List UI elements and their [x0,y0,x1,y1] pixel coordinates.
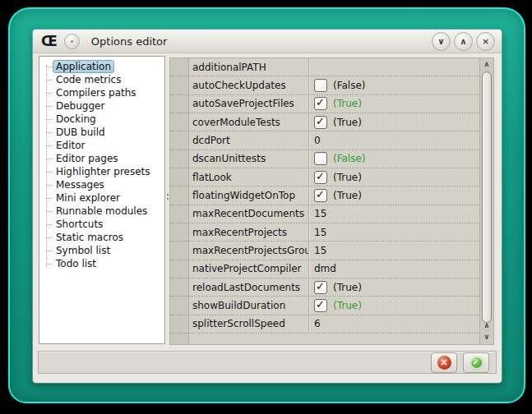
property-row[interactable]: maxRecentProjectsGrou 15 [170,242,479,260]
sidebar-item[interactable]: Todo list [39,257,164,270]
property-row[interactable]: showBuildDuration (True) [170,297,479,315]
sidebar-item[interactable]: Shortcuts [39,218,164,231]
app-logo-icon: Œ [41,34,57,48]
sidebar-item[interactable]: Mini explorer [39,191,164,205]
property-value-text: (True) [333,282,362,293]
sidebar-item-label: Docking [53,113,99,125]
sidebar-item-label: DUB build [53,126,108,138]
checkbox[interactable] [314,97,327,110]
checkbox[interactable] [314,171,327,184]
property-row[interactable]: dcdPort 0 [170,131,479,150]
property-name: maxRecentProjects [189,227,308,238]
property-row[interactable]: reloadLastDocuments (True) [170,278,479,297]
sidebar-item[interactable]: Editor [39,139,164,152]
property-name: dcdPort [189,135,308,146]
property-value: (True) [309,97,479,110]
column-separator [308,58,309,76]
footer-bar: × ✓ [38,351,497,374]
sidebar-item[interactable]: Editor pages [39,152,164,165]
property-row[interactable]: maxRecentProjects 15 [170,223,479,242]
scroll-down-button[interactable]: ∨ [480,331,493,343]
ok-button[interactable]: ✓ [463,352,489,373]
cancel-button[interactable]: × [431,352,457,373]
sidebar-item[interactable]: Messages [39,178,164,191]
scrollbar-thumb[interactable] [482,71,492,323]
sidebar-item[interactable]: Debugger [39,99,164,113]
sidebar-item-label: Application [53,60,114,73]
property-value-text: (True) [333,117,362,128]
property-value: (True) [309,189,479,202]
property-row[interactable]: autoCheckUpdates (False) [170,76,479,94]
category-tree-panel: Application Code metrics Compilers paths… [39,56,165,344]
property-value: 15 [309,227,479,238]
sidebar-item-label: Debugger [53,100,107,112]
close-button[interactable]: × [476,32,495,51]
sidebar-item-label: Mini explorer [53,192,123,204]
scroll-up-button[interactable]: ∧ [480,58,493,70]
property-name: nativeProjectCompiler [189,263,308,274]
sidebar-item-label: Editor pages [53,153,121,164]
property-value-text: (False) [333,80,366,91]
minimize-button[interactable]: ∨ [432,32,451,51]
property-name: showBuildDuration [189,300,308,311]
property-value-text: (True) [333,172,362,183]
checkbox[interactable] [314,299,327,312]
checkbox[interactable] [314,152,327,165]
property-value: (False) [309,79,479,92]
checkbox[interactable] [314,79,327,92]
sidebar-item-label: Symbol list [53,245,113,256]
property-row[interactable]: dscanUnittests (False) [170,150,479,168]
window-menu-button[interactable] [64,34,80,49]
property-value-text: 6 [314,318,321,329]
property-rows: additionalPATH autoCheckUpdates (False) … [170,58,479,334]
scroll-up-button-bottom[interactable]: ∧ [480,320,493,331]
property-value: dmd [309,263,479,274]
property-row[interactable]: nativeProjectCompiler dmd [170,260,479,278]
property-row[interactable]: splitterScrollSpeed 6 [170,315,479,334]
property-row[interactable]: additionalPATH [170,58,479,76]
property-name: autoCheckUpdates [189,80,308,91]
sidebar-item-label: Highlighter presets [53,166,153,177]
property-value: 6 [309,318,479,329]
property-name: floatingWidgetOnTop [189,190,308,201]
property-name: maxRecentProjectsGrou [189,245,308,256]
sidebar-item[interactable]: Highlighter presets [39,165,164,178]
vertical-scrollbar[interactable]: ∧ ∧ ∨ [479,58,493,344]
property-value: (True) [309,281,479,294]
chevron-up-icon: ∧ [460,37,467,46]
property-value: (False) [309,152,479,165]
sidebar-item[interactable]: Symbol list [39,244,164,257]
sidebar-item[interactable]: DUB build [39,126,164,139]
property-value: (True) [309,171,479,184]
property-row[interactable]: floatingWidgetOnTop (True) [170,186,479,205]
titlebar-buttons: ∨ ∧ × [432,32,495,51]
property-row[interactable]: autoSaveProjectFiles (True) [170,95,479,113]
sidebar-list: Application Code metrics Compilers paths… [39,60,164,270]
property-name: maxRecentDocuments [189,208,308,219]
cancel-icon: × [437,356,451,370]
sidebar-item[interactable]: Application [39,60,164,73]
property-row[interactable]: coverModuleTests (True) [170,113,479,131]
property-value-text: dmd [314,263,336,274]
sidebar-item-label: Compilers paths [53,87,139,99]
checkbox[interactable] [314,116,327,129]
sidebar-item[interactable]: Static macros [39,231,164,244]
property-row[interactable]: maxRecentDocuments 15 [170,205,479,223]
property-value-text: (True) [333,98,362,109]
property-value: 15 [309,208,479,219]
maximize-button[interactable]: ∧ [454,32,473,51]
sidebar-item[interactable]: Docking [39,113,164,126]
checkbox[interactable] [314,189,327,202]
checkbox[interactable] [314,281,327,294]
property-value-text: 15 [314,245,326,256]
sidebar-item[interactable]: Compilers paths [39,86,164,99]
property-value-text: 15 [314,208,326,219]
sidebar-item-label: Runnable modules [53,205,150,217]
sidebar-item[interactable]: Runnable modules [39,205,164,218]
sidebar-item-label: Messages [53,179,107,191]
property-row[interactable]: flatLook (True) [170,168,479,186]
property-value: (True) [309,116,479,129]
sidebar-item[interactable]: Code metrics [39,73,164,86]
property-value: 0 [309,135,479,146]
scrollbar-bottom-buttons: ∧ ∨ [480,320,493,343]
